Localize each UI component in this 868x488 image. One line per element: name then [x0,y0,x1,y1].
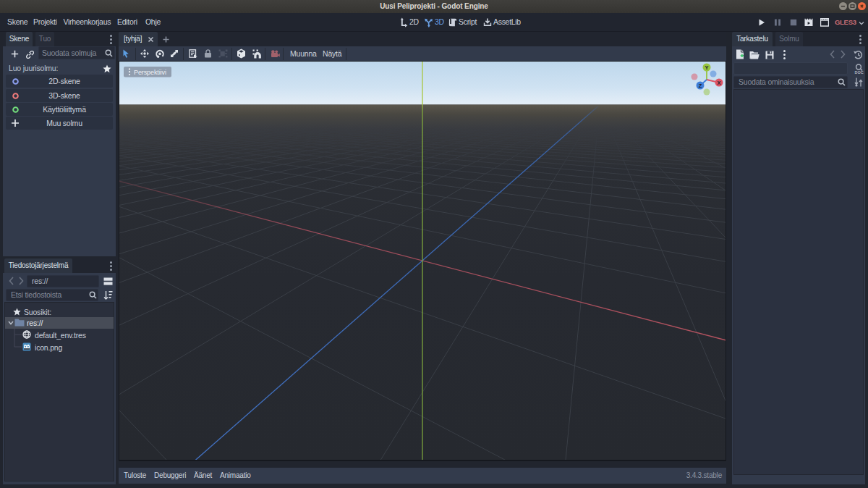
svg-text:Y: Y [705,64,708,71]
svg-text:Perspektiivi: Perspektiivi [134,69,166,76]
svg-text:Z: Z [699,83,702,89]
svg-text:X: X [717,80,720,86]
svg-text:DOC: DOC [855,70,864,75]
